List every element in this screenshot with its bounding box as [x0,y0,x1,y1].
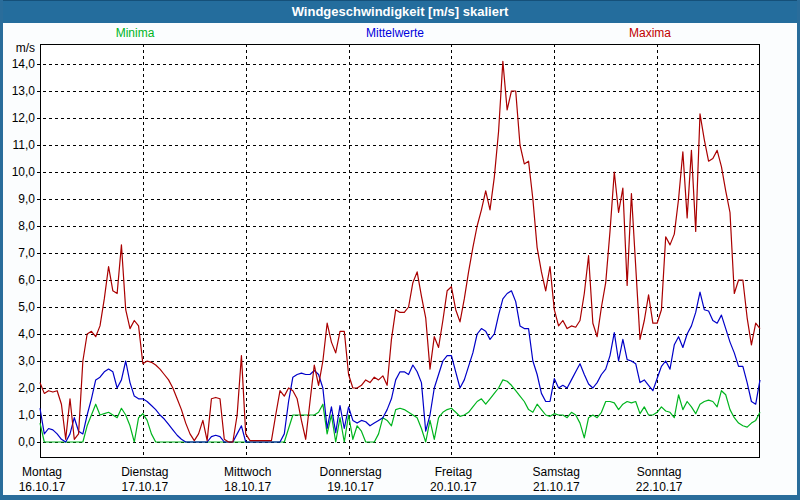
y-tick-label: 14,0 [12,57,36,71]
x-day-label: Dienstag [121,465,168,479]
y-tick-label: 7,0 [18,246,35,260]
x-day-label: Freitag [435,465,472,479]
x-date-label: 19.10.17 [327,480,374,494]
x-day-label: Montag [22,465,62,479]
y-tick-label: 13,0 [12,84,36,98]
chart-window: Windgeschwindigkeit [m/s] skaliert Minim… [0,0,800,500]
y-tick-label: 1,0 [18,408,35,422]
plot-area [41,45,760,458]
page-title: Windgeschwindigkeit [m/s] skaliert [292,4,509,19]
y-tick-label: 5,0 [18,300,35,314]
x-day-label: Mittwoch [224,465,271,479]
y-axis-unit-label: m/s [16,41,35,55]
y-tick-label: 11,0 [13,138,36,152]
y-tick-label: 8,0 [18,219,35,233]
x-date-label: 20.10.17 [430,480,477,494]
x-date-label: 16.10.17 [19,480,66,494]
wind-speed-chart: 0,01,02,03,04,05,06,07,08,09,010,011,012… [0,22,800,500]
x-day-label: Sonntag [637,465,682,479]
window-title-bar: Windgeschwindigkeit [m/s] skaliert [0,0,800,23]
x-date-label: 21.10.17 [533,480,580,494]
x-date-label: 17.10.17 [121,480,168,494]
x-day-label: Samstag [533,465,580,479]
y-tick-label: 4,0 [18,327,35,341]
y-tick-label: 10,0 [12,165,36,179]
y-tick-label: 12,0 [12,111,36,125]
y-tick-label: 3,0 [18,354,35,368]
x-date-label: 18.10.17 [224,480,271,494]
x-day-label: Donnerstag [320,465,382,479]
y-tick-label: 6,0 [18,273,35,287]
y-tick-label: 0,0 [18,435,35,449]
y-tick-label: 9,0 [18,192,35,206]
x-date-label: 22.10.17 [636,480,683,494]
y-tick-label: 2,0 [18,381,35,395]
